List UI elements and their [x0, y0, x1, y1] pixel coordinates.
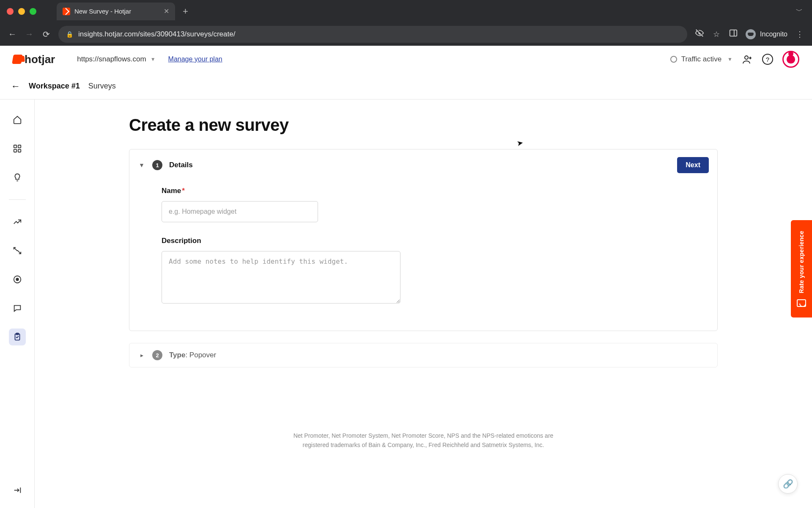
browser-back-button[interactable]: ←	[8, 29, 17, 39]
incognito-indicator[interactable]: Incognito	[746, 29, 787, 39]
chevron-down-icon: ▼	[727, 56, 732, 62]
user-avatar[interactable]	[782, 51, 799, 68]
incognito-icon	[746, 29, 756, 39]
svg-rect-0	[730, 30, 737, 36]
main-content: Create a new survey ▼ 1 Details Next Nam…	[35, 99, 812, 508]
svg-line-11	[17, 250, 21, 254]
breadcrumb-workspace[interactable]: Workspace #1	[29, 82, 80, 91]
incognito-label: Incognito	[760, 30, 787, 38]
sidebar-funnels[interactable]	[9, 242, 26, 259]
sidebar-feedback[interactable]	[9, 300, 26, 317]
traffic-status[interactable]: Traffic active ▼	[670, 55, 732, 64]
status-dot-icon	[670, 56, 677, 63]
name-input[interactable]	[162, 201, 318, 222]
browser-tab[interactable]: New Survey - Hotjar ✕	[57, 3, 175, 20]
chevron-down-icon: ▼	[151, 56, 156, 62]
step-type-header[interactable]: ▸ 2 Type: Popover	[129, 343, 717, 367]
required-asterisk: *	[182, 187, 185, 195]
step-details-title: Details	[169, 161, 193, 169]
name-label-text: Name	[162, 187, 181, 195]
hotjar-favicon-icon	[63, 8, 70, 15]
sidebar-collapse[interactable]	[9, 482, 26, 499]
back-button[interactable]: ←	[11, 81, 20, 92]
name-label: Name*	[162, 187, 685, 195]
svg-point-13	[16, 278, 19, 281]
window-minimize-icon[interactable]	[18, 8, 25, 15]
svg-rect-6	[18, 145, 20, 148]
step-number-badge: 2	[152, 350, 162, 360]
browser-menu-icon[interactable]: ⋮	[795, 30, 804, 39]
tab-close-icon[interactable]: ✕	[164, 7, 169, 15]
address-bar[interactable]: 🔒 insights.hotjar.com/sites/3090413/surv…	[58, 26, 687, 43]
hotjar-logo[interactable]: hotjar	[13, 53, 55, 66]
next-button[interactable]: Next	[677, 157, 709, 173]
app-header: hotjar https://snapflows.com ▼ Manage yo…	[0, 46, 812, 73]
sidebar-home[interactable]	[9, 111, 26, 128]
star-icon[interactable]: ☆	[712, 30, 721, 39]
description-input[interactable]	[162, 251, 401, 304]
svg-rect-8	[18, 149, 20, 152]
description-label: Description	[162, 237, 685, 245]
eye-off-icon[interactable]	[695, 28, 704, 40]
browser-forward-button[interactable]: →	[25, 29, 34, 39]
tab-strip: New Survey - Hotjar ✕ + ﹀	[0, 0, 812, 22]
svg-point-2	[745, 56, 748, 59]
app-body: Create a new survey ▼ 1 Details Next Nam…	[0, 99, 812, 508]
sidebar-trends[interactable]	[9, 213, 26, 230]
panel-icon[interactable]	[729, 28, 738, 40]
site-selector-value: https://snapflows.com	[77, 55, 146, 64]
sidebar-surveys[interactable]	[9, 329, 26, 345]
site-selector[interactable]: https://snapflows.com ▼	[77, 55, 155, 64]
tab-title: New Survey - Hotjar	[74, 8, 131, 15]
sidebar-divider	[9, 199, 26, 200]
svg-line-10	[14, 248, 17, 251]
share-link-button[interactable]: 🔗	[778, 474, 798, 494]
browser-reload-button[interactable]: ⟳	[41, 29, 51, 39]
page-title: Create a new survey	[129, 116, 718, 135]
step-type-title: Type: Popover	[169, 351, 216, 359]
invite-user-button[interactable]	[742, 54, 753, 65]
description-field: Description	[162, 237, 685, 305]
caret-right-icon: ▸	[138, 352, 145, 359]
manage-plan-link[interactable]: Manage your plan	[168, 55, 222, 63]
step-number-badge: 1	[152, 160, 162, 170]
footer-legal: Net Promoter, Net Promoter System, Net P…	[288, 431, 559, 450]
sidebar-dashboard[interactable]	[9, 140, 26, 157]
footer-line1: Net Promoter, Net Promoter System, Net P…	[288, 431, 559, 440]
browser-chrome: New Survey - Hotjar ✕ + ﹀ ← → ⟳ 🔒 insigh…	[0, 0, 812, 46]
sidebar	[0, 99, 35, 508]
logo-text: hotjar	[25, 53, 55, 66]
step-details-body: Name* Description	[129, 181, 717, 331]
step-type-prefix: Type	[169, 351, 185, 359]
step-details-header[interactable]: ▼ 1 Details Next	[129, 149, 717, 181]
traffic-status-label: Traffic active	[681, 55, 721, 64]
feedback-tab-label: Rate your experience	[798, 231, 805, 293]
breadcrumb-section[interactable]: Surveys	[88, 82, 116, 91]
feedback-side-tab[interactable]: Rate your experience	[791, 220, 812, 318]
new-tab-button[interactable]: +	[178, 6, 192, 17]
svg-rect-5	[14, 145, 16, 148]
window-close-icon[interactable]	[7, 8, 14, 15]
caret-down-icon: ▼	[138, 162, 145, 168]
step-type-value: : Popover	[185, 351, 216, 359]
sidebar-highlights[interactable]	[9, 169, 26, 186]
browser-toolbar: ← → ⟳ 🔒 insights.hotjar.com/sites/309041…	[0, 22, 812, 46]
step-type-card: ▸ 2 Type: Popover	[129, 343, 718, 367]
tabs-overflow-icon[interactable]: ﹀	[796, 7, 803, 16]
help-button[interactable]: ?	[762, 54, 773, 65]
footer-line2: registered trademarks of Bain & Company,…	[288, 440, 559, 450]
window-controls	[7, 8, 36, 15]
svg-rect-7	[14, 149, 16, 152]
window-maximize-icon[interactable]	[30, 8, 36, 15]
sidebar-recordings[interactable]	[9, 271, 26, 288]
person-icon	[787, 55, 795, 64]
flame-icon	[12, 55, 23, 64]
breadcrumb-bar: ← Workspace #1 Surveys	[0, 73, 812, 99]
address-url: insights.hotjar.com/sites/3090413/survey…	[78, 30, 235, 39]
name-field: Name*	[162, 187, 685, 222]
lock-icon: 🔒	[66, 31, 73, 38]
step-details-card: ▼ 1 Details Next Name* Description	[129, 149, 718, 331]
smile-icon	[797, 299, 806, 307]
